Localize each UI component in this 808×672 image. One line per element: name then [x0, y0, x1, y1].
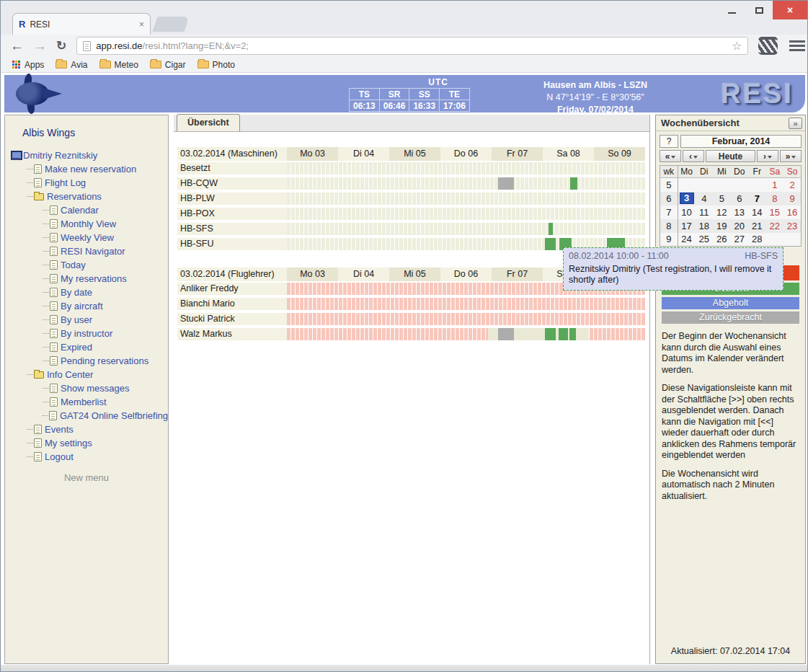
- calendar-day[interactable]: 17: [678, 219, 696, 233]
- reservation-block-gray[interactable]: [498, 328, 514, 340]
- calendar-day[interactable]: 28: [748, 233, 766, 247]
- sidebar-item-by-instructor[interactable]: By instructor: [5, 327, 168, 340]
- calendar-day[interactable]: 18: [696, 219, 714, 233]
- tab-close-icon[interactable]: ×: [139, 19, 144, 30]
- new-menu-link[interactable]: New menu: [5, 472, 168, 483]
- reservation-block-green[interactable]: [545, 238, 556, 250]
- bookmark-apps[interactable]: Apps: [12, 60, 44, 70]
- sidebar-item-calendar[interactable]: Calendar: [5, 203, 168, 217]
- calendar-day[interactable]: 9: [783, 192, 802, 205]
- sidebar-item-flight-log[interactable]: Flight Log: [5, 176, 168, 190]
- calendar-day[interactable]: 14: [748, 205, 766, 219]
- reservation-block-green[interactable]: [549, 223, 553, 235]
- sidebar-item-logout[interactable]: Logout: [5, 450, 168, 464]
- calendar-day[interactable]: 4: [696, 192, 714, 205]
- calendar-day[interactable]: 25: [696, 233, 714, 247]
- sidebar-item-make-new-reservation[interactable]: Make new reservation: [5, 162, 168, 176]
- reservation-block-green[interactable]: [559, 328, 568, 340]
- calendar-day[interactable]: 8: [766, 192, 784, 205]
- calendar-day[interactable]: 13: [731, 205, 749, 219]
- selected-day[interactable]: 3: [680, 193, 694, 204]
- row-grid[interactable]: [287, 177, 645, 190]
- schedule-row: Besetzt: [177, 162, 645, 174]
- month-selector[interactable]: Februar, 2014: [680, 135, 802, 148]
- sidebar-item-my-reservations[interactable]: My reservations: [5, 272, 168, 286]
- calendar-nav-arrow-button[interactable]: ›: [757, 150, 778, 162]
- sidebar-item-label: Info Center: [47, 369, 93, 380]
- calendar-day[interactable]: 6: [731, 192, 749, 205]
- reservation-block-green[interactable]: [569, 328, 576, 340]
- sidebar-item-reservations[interactable]: Reservations: [5, 190, 168, 203]
- browser-tab[interactable]: R RESI ×: [12, 13, 151, 35]
- row-grid[interactable]: [287, 223, 645, 235]
- row-grid[interactable]: [287, 208, 645, 220]
- calendar-day[interactable]: 1: [766, 178, 784, 192]
- calendar-day[interactable]: 20: [731, 219, 749, 233]
- calendar-day[interactable]: 3: [678, 192, 696, 205]
- row-grid[interactable]: [287, 162, 645, 174]
- collapse-panel-button[interactable]: »: [789, 118, 802, 129]
- calendar-day[interactable]: 5: [713, 192, 731, 205]
- row-grid[interactable]: [287, 313, 645, 325]
- tab-uebersicht[interactable]: Übersicht: [177, 114, 240, 131]
- reservation-block-green[interactable]: [545, 328, 556, 340]
- calendar-day[interactable]: 10: [678, 205, 696, 219]
- sidebar-item-weekly-view[interactable]: Weekly View: [5, 231, 168, 244]
- url-bar[interactable]: app.resi.de /resi.html?lang=EN;&v=2; ☆: [76, 37, 748, 55]
- sidebar-item-info-center[interactable]: Info Center: [5, 368, 168, 381]
- forward-icon[interactable]: →: [33, 39, 47, 53]
- sidebar-item-by-date[interactable]: By date: [5, 286, 168, 299]
- sidebar-item-monthly-view[interactable]: Monthly View: [5, 217, 168, 231]
- calendar-day[interactable]: 7: [748, 192, 766, 205]
- extension-icon[interactable]: [758, 37, 778, 55]
- reservation-block-gray[interactable]: [498, 177, 514, 190]
- bookmark-cigar[interactable]: Cigar: [150, 60, 186, 70]
- calendar-day[interactable]: 27: [731, 233, 749, 247]
- reload-icon[interactable]: ↻: [56, 38, 66, 53]
- browser-menu-icon[interactable]: [789, 40, 805, 51]
- sidebar-item-my-settings[interactable]: My settings: [5, 436, 168, 450]
- reservation-block-green[interactable]: [570, 177, 577, 190]
- calendar-day[interactable]: 26: [713, 233, 731, 247]
- sidebar-item-resi-navigator[interactable]: RESI Navigator: [5, 244, 168, 258]
- bookmark-star-icon[interactable]: ☆: [732, 39, 742, 53]
- calendar-day[interactable]: 16: [783, 205, 802, 219]
- minimize-button[interactable]: [718, 1, 745, 19]
- calendar-nav-today-button[interactable]: Heute: [706, 150, 755, 162]
- row-grid[interactable]: [287, 328, 645, 340]
- help-button[interactable]: ?: [660, 135, 678, 148]
- calendar-day[interactable]: 19: [713, 219, 731, 233]
- sidebar-item-expired[interactable]: Expired: [5, 340, 168, 354]
- sidebar-item-memberlist[interactable]: Memberlist: [5, 395, 168, 409]
- maximize-button[interactable]: [745, 1, 773, 19]
- bookmark-photo[interactable]: Photo: [197, 60, 235, 70]
- close-window-button[interactable]: ×: [773, 1, 807, 19]
- propeller-logo-image: [6, 76, 110, 111]
- calendar-day[interactable]: 12: [713, 205, 731, 219]
- calendar-nav-arrow-button[interactable]: ‹: [683, 150, 704, 162]
- sidebar-item-show-messages[interactable]: Show messages: [5, 381, 168, 395]
- row-grid[interactable]: [287, 193, 645, 205]
- back-icon[interactable]: ←: [10, 39, 24, 53]
- sidebar-item-pending-reservations[interactable]: Pending reservations: [5, 354, 168, 368]
- calendar-day[interactable]: 23: [783, 219, 802, 233]
- sidebar-item-gat24-online-selfbriefing[interactable]: GAT24 Online Selfbriefing: [5, 409, 168, 423]
- bookmark-meteo[interactable]: Meteo: [99, 60, 138, 70]
- calendar-nav-arrow-button[interactable]: »: [780, 150, 802, 162]
- calendar-day[interactable]: 11: [696, 205, 714, 219]
- sidebar-item-by-user[interactable]: By user: [5, 313, 168, 327]
- bookmark-avia[interactable]: Avia: [56, 60, 87, 70]
- sidebar-item-today[interactable]: Today: [5, 258, 168, 272]
- sidebar-item-dmitriy-reznitskiy[interactable]: Dmitriy Reznitskiy: [5, 149, 168, 162]
- doc-icon: [49, 411, 57, 420]
- new-tab-button[interactable]: [153, 17, 190, 32]
- calendar-day[interactable]: 22: [766, 219, 784, 233]
- row-grid[interactable]: [287, 298, 645, 310]
- calendar-day[interactable]: 21: [748, 219, 766, 233]
- calendar-day[interactable]: 24: [678, 233, 696, 247]
- sidebar-item-by-aircraft[interactable]: By aircraft: [5, 299, 168, 313]
- calendar-nav-arrow-button[interactable]: «: [660, 150, 681, 162]
- calendar-day[interactable]: 2: [783, 178, 802, 192]
- calendar-day[interactable]: 15: [766, 205, 784, 219]
- sidebar-item-events[interactable]: Events: [5, 423, 168, 436]
